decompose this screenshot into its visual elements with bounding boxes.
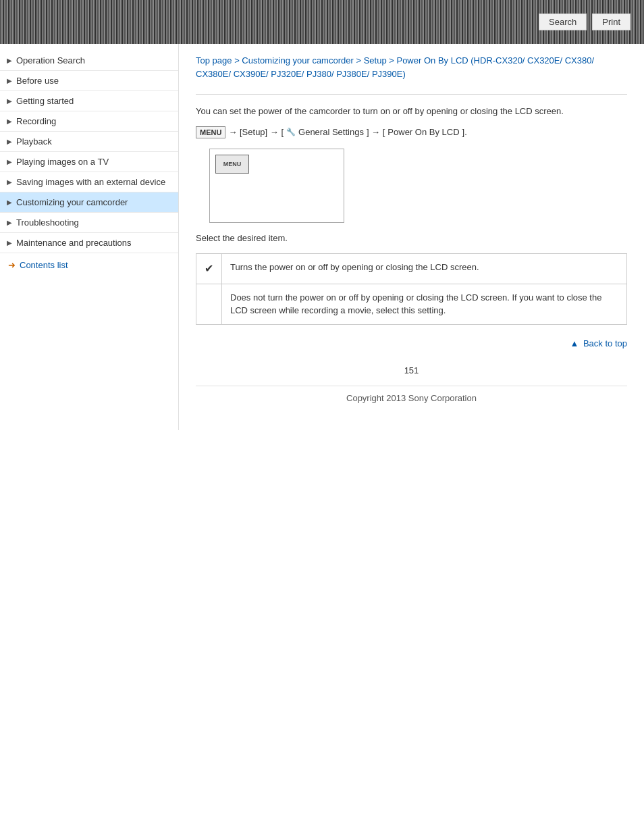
breadcrumb-separator3: >	[389, 55, 396, 66]
chevron-right-icon: ▶	[7, 219, 12, 226]
option2-check	[196, 284, 222, 324]
option2-text: Does not turn the power on or off by ope…	[222, 284, 627, 324]
menu-arrow2: ] → [	[367, 127, 385, 137]
sidebar-item-label: Customizing your camcorder	[16, 197, 128, 207]
content-divider	[196, 94, 627, 95]
sidebar-item-label: Maintenance and precautions	[16, 238, 132, 248]
chevron-right-icon: ▶	[7, 199, 12, 206]
footer: Copyright 2013 Sony Corporation	[196, 386, 627, 417]
option1-check: ✔	[196, 253, 222, 284]
chevron-right-icon: ▶	[7, 118, 12, 125]
header-bar: Search Print	[0, 0, 644, 44]
chevron-right-icon: ▶	[7, 239, 12, 246]
print-button[interactable]: Print	[592, 14, 630, 30]
sidebar-item-label: Saving images with an external device	[16, 177, 165, 187]
main-layout: ▶ Operation Search ▶ Before use ▶ Gettin…	[0, 44, 644, 430]
menu-close-bracket: ].	[462, 127, 467, 137]
back-to-top-row: ▲ Back to top	[196, 338, 627, 348]
sidebar-item-before-use[interactable]: ▶ Before use	[0, 71, 178, 91]
arrow-right-icon: ➜	[8, 260, 16, 270]
page-number: 151	[196, 355, 627, 379]
general-settings-icon: 🔧	[286, 128, 296, 136]
sidebar-item-label: Before use	[16, 76, 59, 86]
sidebar-item-troubleshooting[interactable]: ▶ Troubleshooting	[0, 213, 178, 233]
option1-text: Turns the power on or off by opening or …	[222, 253, 627, 284]
chevron-right-icon: ▶	[7, 97, 12, 105]
search-button[interactable]: Search	[539, 14, 587, 30]
general-settings-text: General Settings	[298, 127, 364, 137]
sidebar-item-playing-images-tv[interactable]: ▶ Playing images on a TV	[0, 152, 178, 172]
contents-list-link[interactable]: ➜ Contents list	[0, 253, 178, 277]
sidebar-item-label: Getting started	[16, 96, 74, 106]
back-to-top-label: Back to top	[583, 338, 627, 348]
select-text: Select the desired item.	[196, 233, 627, 243]
chevron-right-icon: ▶	[7, 158, 12, 165]
sidebar-item-label: Recording	[16, 116, 56, 126]
menu-screenshot: MENU	[209, 149, 344, 223]
sidebar-item-recording[interactable]: ▶ Recording	[0, 111, 178, 132]
sidebar-item-label: Troubleshooting	[16, 217, 79, 228]
sidebar-item-getting-started[interactable]: ▶ Getting started	[0, 91, 178, 111]
chevron-right-icon: ▶	[7, 178, 12, 186]
sidebar: ▶ Operation Search ▶ Before use ▶ Gettin…	[0, 44, 179, 430]
table-row: Does not turn the power on or off by ope…	[196, 284, 627, 324]
main-description: You can set the power of the camcorder t…	[196, 105, 627, 118]
menu-instruction: MENU → [Setup] → [🔧General Settings] → […	[196, 126, 627, 138]
content-area: Top page > Customizing your camcorder > …	[179, 44, 644, 430]
menu-arrow1: → [Setup] → [	[228, 127, 284, 137]
options-table: ✔ Turns the power on or off by opening o…	[196, 253, 627, 325]
chevron-right-icon: ▶	[7, 77, 12, 84]
table-row: ✔ Turns the power on or off by opening o…	[196, 253, 627, 284]
sidebar-item-playback[interactable]: ▶ Playback	[0, 132, 178, 152]
contents-list-label: Contents list	[20, 260, 68, 270]
sidebar-item-operation-search[interactable]: ▶ Operation Search	[0, 51, 178, 71]
sidebar-item-label: Playing images on a TV	[16, 157, 109, 167]
breadcrumb-setup-link[interactable]: Setup	[364, 55, 387, 66]
power-on-text: Power On By LCD	[387, 127, 459, 137]
triangle-icon: ▲	[570, 338, 579, 348]
back-to-top-link[interactable]: ▲ Back to top	[570, 338, 627, 348]
copyright-text: Copyright 2013 Sony Corporation	[346, 393, 477, 403]
breadcrumb-separator: >	[234, 55, 242, 66]
sidebar-item-label: Playback	[16, 136, 52, 147]
menu-screenshot-button: MENU	[215, 155, 249, 174]
sidebar-item-maintenance[interactable]: ▶ Maintenance and precautions	[0, 233, 178, 253]
breadcrumb: Top page > Customizing your camcorder > …	[196, 54, 627, 80]
breadcrumb-customizing-link[interactable]: Customizing your camcorder	[242, 55, 353, 66]
chevron-right-icon: ▶	[7, 57, 12, 64]
sidebar-item-saving-images[interactable]: ▶ Saving images with an external device	[0, 172, 178, 192]
sidebar-item-label: Operation Search	[16, 55, 85, 66]
sidebar-item-customizing[interactable]: ▶ Customizing your camcorder	[0, 192, 178, 213]
breadcrumb-top-link[interactable]: Top page	[196, 55, 232, 66]
breadcrumb-separator2: >	[356, 55, 363, 66]
chevron-right-icon: ▶	[7, 138, 12, 145]
menu-button-image: MENU	[196, 126, 225, 138]
